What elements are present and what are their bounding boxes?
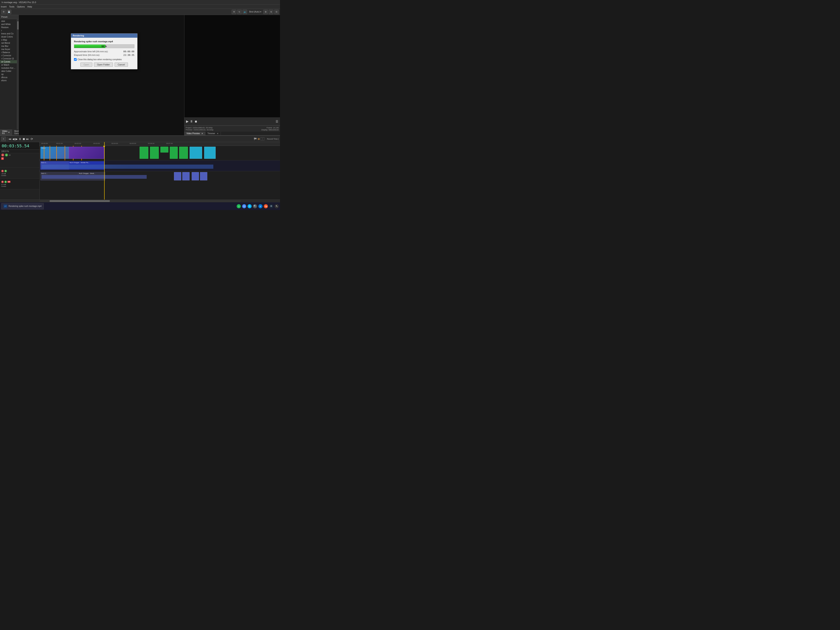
open-button[interactable]: Open: [81, 63, 92, 67]
play-back-button[interactable]: ◀: [12, 137, 14, 141]
tab-media-generators[interactable]: Media Generators: [12, 129, 19, 135]
fx-item[interactable]: r Corrector: [0, 54, 17, 57]
timeline-scrollbar[interactable]: [0, 200, 280, 202]
go-start-button[interactable]: ⏮: [8, 137, 11, 141]
quality-select[interactable]: Best (Auto) ▾: [248, 11, 262, 13]
cursor-icon[interactable]: ↖: [275, 204, 279, 208]
open-folder-button[interactable]: Open Folder: [94, 63, 113, 67]
video-clip-teal-1[interactable]: [189, 147, 202, 159]
steam-icon[interactable]: ⚙: [269, 204, 273, 208]
menu-insert[interactable]: Insert: [1, 5, 7, 8]
audio2-pan: Center: [1, 185, 38, 187]
fx-item[interactable]: r Corrector (S: [0, 57, 17, 60]
marker-button[interactable]: 🏁: [254, 137, 257, 141]
fx-scrollbar[interactable]: [17, 19, 19, 129]
pause-button[interactable]: ⏸: [190, 120, 193, 123]
grid-icon[interactable]: ⊞: [263, 9, 268, 14]
fx-item[interactable]: Restore: [0, 26, 17, 29]
fx-item[interactable]: nvolution Kerne: [0, 66, 17, 69]
elapsed-label: Elapsed time (hh:mm:ss):: [74, 54, 100, 57]
fx-item[interactable]: tness and Co: [0, 32, 17, 35]
fx-item[interactable]: dcast Colors: [0, 35, 17, 38]
store-icon[interactable]: 🛍: [264, 204, 268, 208]
fx-item[interactable]: and White: [0, 23, 17, 26]
playhead: [104, 142, 104, 145]
audio-track-1: NLE C... NLE Choppa - Shotta Flo...: [39, 160, 280, 171]
search-icon[interactable]: 🔍: [253, 204, 257, 208]
audio-1-label: -Inf. ■: [1, 173, 38, 175]
tab-video-preview[interactable]: Video Preview ✕: [185, 132, 205, 135]
track-solo-icon[interactable]: S: [5, 153, 8, 156]
video-clip-green-5[interactable]: [179, 147, 188, 159]
timeline-tracks[interactable]: Video: [39, 146, 280, 200]
video-clip-2[interactable]: [69, 147, 104, 159]
edge-icon[interactable]: e: [258, 204, 262, 208]
tab-video-fx[interactable]: Video FX ✕: [0, 129, 12, 135]
fx-item[interactable]: dfocus: [0, 76, 17, 79]
video-clip-teal-2[interactable]: [204, 147, 216, 159]
panels-icon[interactable]: ⊟: [274, 9, 279, 14]
loop-button[interactable]: ⟳: [31, 137, 33, 141]
audio2-mute-icon[interactable]: N: [1, 181, 4, 183]
video-clip-green-4[interactable]: [170, 147, 178, 159]
settings-icon[interactable]: ⚙: [232, 9, 236, 14]
save-button[interactable]: 💾: [7, 9, 11, 14]
video-clip-green-3[interactable]: [160, 147, 168, 153]
go-end-button[interactable]: ⏭: [26, 137, 29, 141]
fx-item[interactable]: eform: [0, 79, 17, 82]
fx-item[interactable]: oise: [0, 20, 17, 23]
fx-item[interactable]: ma Keyer: [0, 48, 17, 51]
fx-item[interactable]: nel Blend: [0, 41, 17, 44]
tab-trimmer[interactable]: Trimmer ✕: [205, 132, 221, 135]
fx-item[interactable]: op: [0, 73, 17, 76]
menu-help[interactable]: Help: [27, 5, 32, 8]
menu-button[interactable]: ☰: [276, 120, 278, 123]
snap-button[interactable]: ⋮: [261, 137, 264, 141]
close-checkbox[interactable]: [74, 58, 77, 61]
taskbar-vegas-item[interactable]: VP Rendering spike rush montage.mp4: [1, 203, 44, 209]
fx-icon[interactable]: fx: [237, 9, 242, 14]
menu-bar: Insert Tools Options Help: [0, 5, 280, 9]
track-fx-icon[interactable]: ⚙: [1, 157, 4, 160]
menu-tools[interactable]: Tools: [9, 5, 14, 8]
gear-button[interactable]: ⚙: [1, 9, 6, 14]
audio-mute-icon[interactable]: N: [1, 170, 4, 172]
stop-button-tl[interactable]: ⏹: [22, 137, 25, 141]
audio-clip-blue-2[interactable]: [182, 172, 189, 180]
fx-item[interactable]: okie Cutter: [0, 69, 17, 73]
audio-track-2: NLE C... NLE Choppa - Shott...: [39, 171, 280, 182]
fx-item[interactable]: r Balance: [0, 51, 17, 54]
menu-options[interactable]: Options: [17, 5, 25, 8]
spotify-icon[interactable]: ♫: [237, 204, 241, 208]
preset-label: Preset:: [0, 15, 19, 19]
fx-item[interactable]: ma Blur: [0, 44, 17, 48]
close-icon-trimmer[interactable]: ✕: [217, 133, 218, 134]
fx-list[interactable]: oise and White Restore r tness and Co dc…: [0, 19, 17, 129]
preview-icon[interactable]: 📺: [243, 9, 247, 14]
timeline-close[interactable]: ✕: [1, 137, 6, 141]
audio-clip-blue-4[interactable]: [200, 172, 207, 180]
close-icon[interactable]: ✕: [8, 131, 10, 133]
stop-button[interactable]: ⏹: [194, 120, 197, 123]
play-button-tl[interactable]: ▶: [16, 137, 18, 141]
frame-info: Frame: 14,140 Display: 580x326x32: [261, 127, 279, 131]
audio-clip-blue-1[interactable]: [174, 172, 181, 180]
cancel-button[interactable]: Cancel: [115, 63, 128, 67]
pause-button-tl[interactable]: ⏸: [19, 137, 22, 141]
audio2-solo-icon[interactable]: S: [5, 181, 7, 183]
region-button[interactable]: ⊞: [258, 137, 260, 141]
layout-icon[interactable]: ⧉: [269, 9, 273, 14]
video-clip-green-1[interactable]: [140, 147, 148, 159]
video-clip-green-2[interactable]: [150, 147, 159, 159]
track-mute-icon[interactable]: N: [1, 153, 4, 156]
fx-item[interactable]: r: [0, 29, 17, 32]
audio-clip-blue-3[interactable]: [192, 172, 199, 180]
chrome-icon[interactable]: G: [242, 204, 246, 208]
fx-item[interactable]: or Curves: [0, 60, 17, 63]
fx-item[interactable]: or Match: [0, 63, 17, 66]
close-icon-preview[interactable]: ✕: [202, 133, 203, 134]
skype-icon[interactable]: S: [248, 204, 252, 208]
audio-solo-icon[interactable]: S: [5, 170, 7, 172]
play-button[interactable]: ▶: [186, 119, 188, 123]
fx-item[interactable]: o Map: [0, 38, 17, 41]
